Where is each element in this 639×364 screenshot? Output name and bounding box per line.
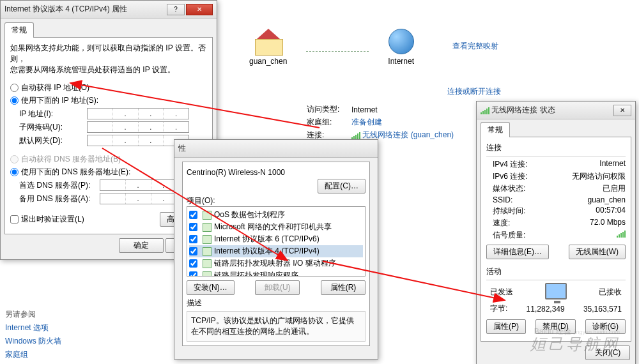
close-button[interactable]: ✕ [186,4,213,15]
speed-value: 72.0 Mbps [550,218,626,229]
monitor-icon [545,283,567,300]
tab-general[interactable]: 常规 [481,122,510,137]
properties-button[interactable]: 属性(P) [486,319,526,334]
list-item: Internet 协议版本 6 (TCP/IPv6) [189,233,363,245]
connect-disconnect-link[interactable]: 连接或断开连接 [447,86,501,97]
see-also-head: 另请参阅 [5,309,61,320]
wireless-status-window: 无线网络连接 状态 ✕ 常规 连接 IPv4 连接:Internet IPv6 … [476,101,636,364]
subnet-mask-input[interactable]: ... [87,121,189,133]
dns2-label: 备用 DNS 服务器(A): [10,193,100,204]
time-label: 持续时间: [493,206,550,216]
description-head: 描述 [187,298,366,308]
signal-bars-icon [617,230,626,238]
list-item: QoS 数据包计划程序 [189,209,363,221]
bytes-sent: 11,282,349 [527,305,565,314]
dns1-label: 首选 DNS 服务器(P): [10,180,100,191]
sidebar-item-firewall[interactable]: Windows 防火墙 [5,336,61,347]
media-label: 媒体状态: [493,183,550,194]
ok-button[interactable]: 确定 [119,238,164,253]
sidebar-item-homegroup[interactable]: 家庭组 [5,349,61,360]
watermark-site: 姮己导航网 [530,334,620,354]
house-icon [255,31,282,54]
close-button[interactable]: ✕ [613,105,631,116]
tab-general[interactable]: 常规 [4,22,34,38]
window-title-suffix: 性 [178,143,374,154]
sent-label: 已发送 [490,287,513,298]
ipv6-value: 无网络访问权限 [550,171,626,182]
ip-address-input[interactable]: ... [87,108,189,119]
speed-label: 速度: [493,218,550,229]
view-full-map-link[interactable]: 查看完整映射 [452,41,498,52]
protocol-icon [203,211,212,220]
description-text: TCP/IP。该协议是默认的广域网络协议，它提供在不同的相互连接的网络上的通讯。 [187,311,366,342]
list-item: 链路层拓扑发现映射器 I/O 驱动程序 [189,257,363,269]
validate-checkbox[interactable]: 退出时验证设置(L) [10,214,84,225]
wireless-props-button[interactable]: 无线属性(W) [569,245,626,259]
list-item-ipv4: Internet 协议版本 4 (TCP/IPv4) [189,245,363,257]
ip-address-label: IP 地址(I): [10,109,87,119]
default-gateway-label: 默认网关(D): [10,135,87,146]
access-type-label: 访问类型: [307,104,351,115]
bytes-label: 字节: [490,303,507,314]
protocol-icon [203,223,212,232]
list-item: 链路层拓扑发现响应程序 [189,269,363,277]
uninstall-button: 卸载(U) [255,280,300,295]
homegroup-label: 家庭组: [307,117,351,128]
window-title: Internet 协议版本 4 (TCP/IPv4) 属性 [4,4,166,15]
properties-button[interactable]: 属性(R) [321,280,366,295]
recv-label: 已接收 [599,287,622,298]
signal-icon [481,107,489,114]
access-type-value: Internet [351,105,378,114]
ipv6-label: IPv6 连接: [493,171,550,182]
net-node-label: Internet [388,57,414,66]
ipv4-value: Internet [550,159,626,170]
help-text: 如果网络支持此功能，则可以获取自动指派的 IP 设置。否则， [10,43,207,64]
install-button[interactable]: 安装(N)… [187,280,235,295]
ssid-value: guan_chen [550,195,626,204]
items-label: 项目(O): [187,195,366,206]
ipv4-label: IPv4 连接: [493,159,550,170]
time-value: 00:57:04 [550,206,626,216]
protocol-icon [203,259,212,268]
protocol-list[interactable]: QoS 数据包计划程序 Microsoft 网络的文件和打印机共享 Intern… [187,206,366,277]
bytes-recv: 35,163,571 [583,305,622,314]
globe-icon [389,29,414,54]
window-title: 无线网络连接 状态 [491,105,612,116]
sidebar-item-internet-options[interactable]: Internet 选项 [5,322,61,333]
list-item: Microsoft 网络的文件和打印机共享 [189,221,363,233]
signal-icon [351,132,360,139]
help-button[interactable]: ? [167,4,185,15]
media-value: 已启用 [550,183,626,194]
subnet-mask-label: 子网掩码(U): [10,122,87,133]
device-name: Centrino(R) Wireless-N 1000 [187,168,285,177]
section-activity: 活动 [486,266,626,277]
configure-button[interactable]: 配置(C)… [318,179,366,193]
see-also-sidebar: 另请参阅 Internet 选项 Windows 防火墙 家庭组 [5,307,61,363]
details-button[interactable]: 详细信息(E)… [486,245,549,259]
net-node-label: guan_chen [249,57,287,66]
section-connection: 连接 [486,142,626,153]
radio-use-ip[interactable]: 使用下面的 IP 地址(S): [10,95,207,106]
ssid-label: SSID: [493,195,550,204]
signal-label: 信号质量: [493,230,550,241]
help-text: 您需要从网络系统管理员处获得适当的 IP 设置。 [10,64,207,75]
protocol-icon [203,271,212,277]
radio-auto-ip[interactable]: 自动获得 IP 地址(O) [10,82,207,93]
homegroup-link[interactable]: 准备创建 [351,117,382,128]
protocol-icon [203,247,212,256]
protocol-icon [203,235,212,244]
adapter-properties-window: 性 Centrino(R) Wireless-N 1000 配置(C)… 项目(… [174,139,378,360]
